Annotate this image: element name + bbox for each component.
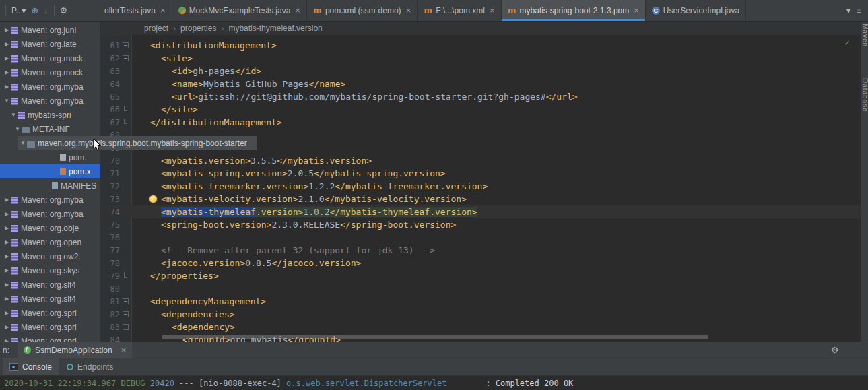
code-line[interactable]: 61−<distributionManagement> — [101, 39, 861, 52]
code-line[interactable]: 71<mybatis-spring.version>2.0.5</mybatis… — [101, 167, 861, 180]
collapsed-arrow-icon[interactable]: ▶ — [3, 84, 11, 90]
fold-start-icon[interactable]: − — [123, 298, 129, 304]
fold-marker[interactable] — [120, 121, 131, 124]
code-line[interactable]: 77<!-- Remove after parent 32 (support f… — [101, 244, 861, 257]
expanded-arrow-icon[interactable]: ▼ — [19, 140, 27, 146]
tree-row[interactable]: ▶Maven: org.spri — [0, 320, 100, 334]
console-tab-console[interactable]: ▸Console — [3, 358, 59, 375]
tree-row[interactable]: ▶Maven: org.myba — [0, 79, 100, 94]
fold-start-icon[interactable]: − — [123, 55, 129, 61]
tree-row[interactable]: ▼mybatis-spri — [0, 108, 100, 122]
collapsed-arrow-icon[interactable]: ▶ — [3, 41, 11, 47]
collapsed-arrow-icon[interactable]: ▶ — [3, 296, 11, 302]
close-icon[interactable]: × — [121, 346, 127, 354]
menu-icon[interactable]: ≡ — [857, 7, 861, 15]
console-output[interactable]: 2020-10-31 22:19:34.967 DEBUG 20420 --- … — [0, 375, 868, 390]
tree-row[interactable]: ▶Maven: org.myba — [0, 207, 100, 221]
fold-start-icon[interactable]: − — [123, 324, 129, 330]
tree-row[interactable]: ▶Maven: org.spri — [0, 306, 100, 320]
collapsed-arrow-icon[interactable]: ▶ — [3, 225, 11, 231]
collapsed-arrow-icon[interactable]: ▶ — [3, 239, 11, 245]
code-line[interactable]: 80 — [101, 282, 861, 295]
code-line[interactable]: 81−<dependencyManagement> — [101, 295, 861, 308]
fold-end-icon[interactable] — [124, 106, 127, 111]
fold-marker[interactable] — [120, 274, 131, 278]
tree-row[interactable]: pom.x — [0, 164, 100, 178]
code-line[interactable]: 82−<dependencies> — [101, 308, 861, 321]
collapsed-arrow-icon[interactable]: ▶ — [3, 197, 11, 203]
tree-row[interactable]: ▶Maven: org.juni — [0, 23, 100, 37]
fold-marker[interactable]: − — [120, 311, 131, 317]
editor-tab[interactable]: mmybatis-spring-boot-2.1.3.pom× — [502, 0, 646, 21]
code-line[interactable]: 73<mybatis-velocity.version>2.1.0</mybat… — [101, 193, 861, 205]
fold-start-icon[interactable]: − — [123, 42, 129, 48]
fold-end-icon[interactable] — [124, 119, 127, 124]
services-compass-icon[interactable]: ⊕ — [31, 6, 38, 15]
code-line[interactable]: 64<name>Mybatis GitHub Pages</name> — [101, 77, 861, 90]
tree-row[interactable]: ▶Maven: org.obje — [0, 221, 100, 235]
tree-row[interactable]: ▶Maven: org.open — [0, 235, 100, 249]
breadcrumb-item[interactable]: project — [144, 24, 168, 33]
collapsed-arrow-icon[interactable]: ▶ — [3, 55, 11, 61]
settings-gear-icon[interactable]: ⚙ — [60, 6, 68, 15]
tree-row[interactable]: ▼META-INF — [0, 122, 100, 136]
fold-marker[interactable]: − — [120, 324, 131, 330]
collapsed-arrow-icon[interactable]: ▶ — [3, 282, 11, 288]
code-line[interactable]: 66</site> — [101, 103, 861, 116]
fold-end-icon[interactable] — [124, 272, 127, 278]
fold-marker[interactable]: − — [120, 42, 131, 48]
code-line[interactable]: 65<url>git:ssh://git@github.com/mybatis/… — [101, 90, 861, 103]
code-line[interactable]: 62−<site> — [101, 52, 861, 65]
tree-row[interactable]: MANIFES — [0, 178, 100, 193]
tree-row-hover-band[interactable]: ▼maven.org.mybatis.spring.boot.mybatis-s… — [18, 136, 257, 150]
code-line[interactable]: 70<mybatis.version>3.5.5</mybatis.versio… — [101, 154, 861, 167]
tree-row[interactable]: ▼Maven: org.myba — [0, 94, 100, 108]
chevron-down-icon[interactable]: ▾ — [846, 7, 850, 15]
tree-row[interactable]: ▶Maven: org.slf4 — [0, 292, 100, 306]
collapsed-arrow-icon[interactable]: ▶ — [3, 253, 11, 259]
code-line[interactable]: 78<jacoco.version>0.8.5</jacoco.version> — [101, 257, 861, 269]
collapsed-arrow-icon[interactable]: ▶ — [3, 324, 11, 330]
fold-start-icon[interactable]: − — [123, 311, 129, 317]
tool-stripe-maven[interactable]: Maven — [861, 24, 868, 47]
tree-row[interactable]: ▶Maven: org.slf4 — [0, 278, 100, 292]
breadcrumb-item[interactable]: mybatis-thymeleaf.version — [228, 24, 322, 33]
tree-row[interactable]: ▶Maven: org.late — [0, 37, 100, 51]
code-line[interactable]: 76 — [101, 231, 861, 244]
tree-row[interactable]: pom. — [0, 150, 100, 164]
editor-tab[interactable]: MockMvcExampleTests.java× — [172, 0, 307, 21]
expanded-arrow-icon[interactable]: ▼ — [13, 126, 22, 132]
tree-row[interactable]: ▶Maven: org.mock — [0, 51, 100, 65]
code-line[interactable]: 72<mybatis-freemarker.version>1.2.2</myb… — [101, 180, 861, 193]
update-project-icon[interactable]: ↓ — [44, 6, 48, 15]
close-icon[interactable]: × — [406, 6, 411, 15]
editor-tab[interactable]: CUserServiceImpl.java — [646, 0, 746, 21]
code-line[interactable]: 74<mybatis-thymeleaf.version>1.0.2</myba… — [101, 205, 861, 218]
code-editor[interactable]: 61−<distributionManagement>62−<site>63<i… — [101, 35, 861, 342]
tree-row[interactable]: ▶Maven: org.spri — [0, 334, 100, 342]
tree-row[interactable]: ▶Maven: org.myba — [0, 193, 100, 207]
run-configuration-tab[interactable]: SsmDemoApplication × — [18, 342, 132, 358]
fold-marker[interactable]: − — [120, 55, 131, 61]
close-icon[interactable]: × — [634, 6, 639, 15]
settings-gear-icon[interactable]: ⚙ — [831, 346, 839, 354]
tree-row[interactable]: ▶Maven: org.skys — [0, 263, 100, 278]
expanded-arrow-icon[interactable]: ▼ — [9, 112, 18, 118]
code-line[interactable]: 67</distributionManagement> — [101, 116, 861, 129]
collapsed-arrow-icon[interactable]: ▶ — [3, 211, 11, 217]
tree-row[interactable]: ▶Maven: org.ow2. — [0, 249, 100, 263]
code-line[interactable]: 83−<dependency> — [101, 321, 861, 333]
code-line[interactable]: 79</properties> — [101, 269, 861, 282]
code-line[interactable]: 75<spring-boot.version>2.3.0.RELEASE</sp… — [101, 218, 861, 231]
tree-row[interactable]: ▶Maven: org.mock — [0, 65, 100, 79]
editor-tab[interactable]: ollerTests.java× — [98, 0, 172, 21]
run-config-selector[interactable]: P.. ▾ — [11, 6, 26, 15]
horizontal-scrollbar[interactable] — [162, 335, 708, 339]
tree-row[interactable]: ▼maven.org.mybatis.spring.boot.mybatis-s… — [0, 136, 100, 150]
intention-bulb-icon[interactable] — [149, 195, 157, 203]
collapsed-arrow-icon[interactable]: ▶ — [3, 27, 11, 33]
breadcrumb-item[interactable]: properties — [180, 24, 216, 33]
fold-marker[interactable] — [120, 108, 131, 111]
hide-panel-icon[interactable]: − — [852, 346, 857, 354]
collapsed-arrow-icon[interactable]: ▶ — [3, 338, 11, 342]
